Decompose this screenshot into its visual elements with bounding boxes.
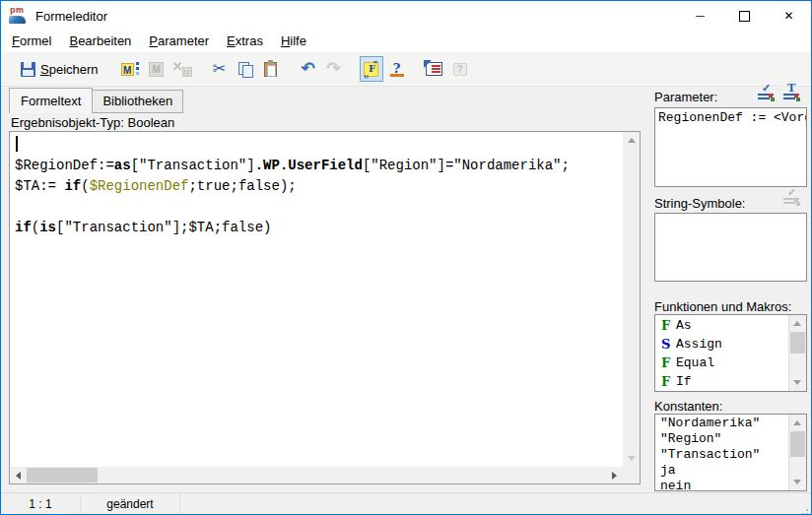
hscroll-thumb[interactable]	[27, 468, 98, 483]
scroll-up-button[interactable]	[623, 132, 640, 149]
context-help-icon: ?	[453, 63, 467, 76]
functions-scroll-down[interactable]	[789, 374, 805, 391]
cut-icon: ✂	[213, 61, 226, 77]
menu-item-parameter[interactable]: Parameter	[140, 31, 218, 52]
functions-scrollbar[interactable]	[788, 315, 806, 391]
parameter-text-icon[interactable]: T	[783, 86, 803, 101]
function-type-icon: F	[661, 355, 676, 370]
text-caret	[16, 136, 18, 152]
editor-vertical-scrollbar[interactable]	[623, 132, 640, 467]
code-line: if(is["Transaction"];$TA;false)	[15, 218, 623, 238]
constants-scroll-up[interactable]	[789, 415, 805, 431]
redo-button: ↷	[322, 56, 346, 82]
code-line	[15, 197, 623, 218]
toolbar: Speichern M M ✕M ✂ ↶ ↷ F",, ? ?	[1, 52, 811, 87]
function-type-icon: S	[661, 337, 676, 352]
redo-icon: ↷	[326, 62, 340, 76]
save-icon	[21, 62, 35, 77]
status-bar: 1 : 1 geändert	[1, 492, 811, 514]
function-type-icon: F	[661, 318, 676, 333]
macro-edit-icon: M	[149, 62, 164, 77]
constant-item[interactable]: ja	[655, 463, 789, 479]
window-title: Formeleditor	[35, 9, 107, 24]
macro-edit-button: M	[145, 56, 169, 82]
scroll-down-button[interactable]	[623, 450, 640, 467]
function-name: If	[676, 374, 692, 389]
scrollbar-corner	[623, 467, 640, 483]
macro-delete-icon: ✕M	[172, 62, 192, 77]
cursor-position-field: 1 : 1	[1, 493, 80, 514]
function-item-assign[interactable]: SAssign	[655, 335, 789, 354]
undo-button[interactable]: ↶	[297, 56, 320, 82]
menu-item-hilfe[interactable]: Hilfe	[272, 31, 315, 52]
code-line	[15, 135, 623, 156]
parameter-label: Parameter:	[654, 90, 717, 104]
undo-icon: ↶	[301, 62, 314, 76]
code-line: $TA:= if($RegionenDef;true;false);	[15, 176, 623, 197]
editor-horizontal-scrollbar[interactable]	[10, 467, 623, 483]
maximize-button[interactable]	[722, 1, 767, 31]
syntax-highlight-toggle[interactable]: F",,	[360, 56, 383, 82]
parameter-box[interactable]: RegionenDef := <Vorga	[654, 107, 807, 187]
constant-item[interactable]: "Region"	[655, 431, 789, 447]
function-type-icon: F	[661, 374, 676, 389]
parameter-validate-icon[interactable]: ✓	[758, 86, 778, 101]
menu-item-formel[interactable]: Formel	[3, 31, 60, 52]
tab-bibliotheken[interactable]: Bibliotheken	[93, 90, 183, 113]
string-symbols-label: String-Symbole:	[654, 196, 745, 211]
macro-delete-button: ✕M	[170, 56, 194, 82]
close-button[interactable]: ✕	[767, 1, 811, 31]
paste-icon	[264, 62, 277, 77]
tab-formeltext[interactable]: Formeltext	[9, 88, 93, 113]
functions-scroll-up[interactable]	[789, 315, 805, 332]
string-symbols-actions: ✓	[783, 190, 803, 206]
maximize-icon	[739, 11, 750, 22]
string-symbols-box[interactable]	[654, 213, 807, 282]
minimize-icon: ─	[696, 9, 705, 23]
tab-strip: FormeltextBibliotheken	[9, 88, 183, 113]
formeleditor-window: pm Formeleditor ─ ✕ FormelBearbeitenPara…	[0, 0, 812, 515]
menu-item-bearbeiten[interactable]: Bearbeiten	[60, 31, 140, 52]
functions-scroll-thumb[interactable]	[790, 332, 805, 354]
cut-button[interactable]: ✂	[208, 56, 232, 82]
formula-code[interactable]: $RegionDef:=as["Transaction"].WP.UserFie…	[10, 132, 623, 467]
save-button[interactable]: Speichern	[14, 56, 105, 82]
formula-editor[interactable]: $RegionDef:=as["Transaction"].WP.UserFie…	[9, 131, 641, 484]
string-symbols-icon: ✓	[783, 190, 803, 206]
menu-item-extras[interactable]: Extras	[218, 31, 272, 52]
parameter-value: RegionenDef := <Vorga	[655, 108, 806, 127]
help-topics-button[interactable]	[423, 56, 446, 82]
context-help-button: ?	[448, 56, 472, 82]
minimize-button[interactable]: ─	[678, 1, 722, 31]
save-label: Speichern	[40, 62, 99, 77]
copy-button[interactable]	[234, 56, 257, 82]
scroll-right-button[interactable]	[606, 467, 623, 483]
constant-item[interactable]: nein	[655, 479, 789, 490]
functions-label: Funktionen und Makros:	[654, 299, 791, 314]
syntax-highlight-icon: F",,	[364, 62, 378, 77]
constant-item[interactable]: "Nordamerika"	[655, 416, 789, 431]
function-item-equal[interactable]: FEqual	[655, 354, 789, 372]
scroll-left-button[interactable]	[10, 467, 27, 483]
constant-item[interactable]: "Transaction"	[655, 447, 789, 463]
result-type-label: Ergebnisobjekt-Typ: Boolean	[11, 115, 174, 130]
function-item-if[interactable]: FIf	[655, 372, 789, 391]
macro-add-button[interactable]: M	[119, 56, 143, 82]
constants-scroll-down[interactable]	[789, 474, 805, 490]
paste-button[interactable]	[259, 56, 283, 82]
constants-listbox[interactable]: "Nordamerika""Region""Transaction"janein	[654, 414, 807, 491]
macro-add-icon: M	[121, 62, 141, 77]
constants-scrollbar[interactable]	[788, 415, 806, 490]
constants-scroll-thumb[interactable]	[790, 431, 805, 457]
resize-grip[interactable]	[806, 509, 808, 511]
function-name: Equal	[676, 355, 714, 370]
function-name: As	[676, 318, 692, 333]
functions-list[interactable]: FAsSAssignFEqualFIf	[655, 316, 789, 391]
code-line: $RegionDef:=as["Transaction"].WP.UserFie…	[15, 156, 623, 176]
function-item-as[interactable]: FAs	[655, 316, 789, 335]
functions-listbox[interactable]: FAsSAssignFEqualFIf	[654, 314, 807, 392]
function-name: Assign	[676, 337, 722, 352]
parameter-actions: ✓ T	[758, 86, 803, 101]
constants-list[interactable]: "Nordamerika""Region""Transaction"janein	[655, 416, 789, 490]
formula-check-button[interactable]: ?	[385, 56, 409, 82]
